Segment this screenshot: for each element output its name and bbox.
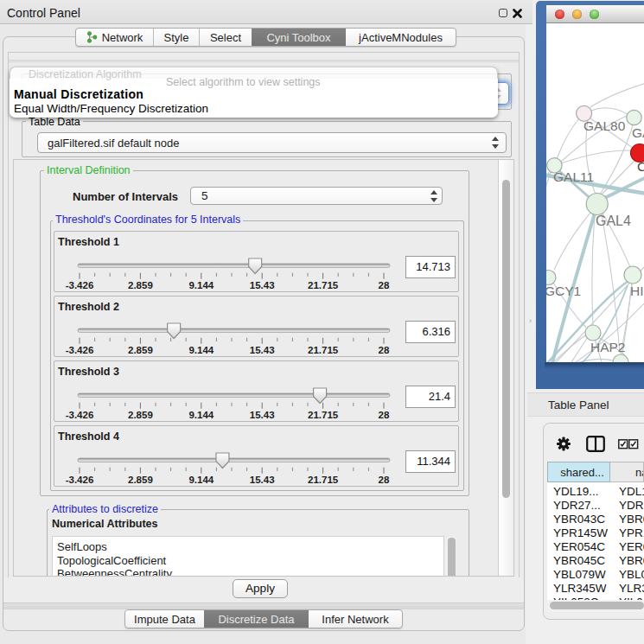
svg-text:CD: CD — [637, 159, 644, 174]
svg-text:GA: GA — [632, 125, 644, 140]
svg-text:HAP2: HAP2 — [590, 340, 626, 354]
svg-text:GAL4: GAL4 — [596, 214, 631, 228]
svg-text:HI: HI — [630, 284, 644, 298]
svg-text:GAL11: GAL11 — [553, 169, 594, 184]
svg-text:GCY1: GCY1 — [546, 284, 581, 298]
svg-text:GAL80: GAL80 — [583, 118, 626, 133]
